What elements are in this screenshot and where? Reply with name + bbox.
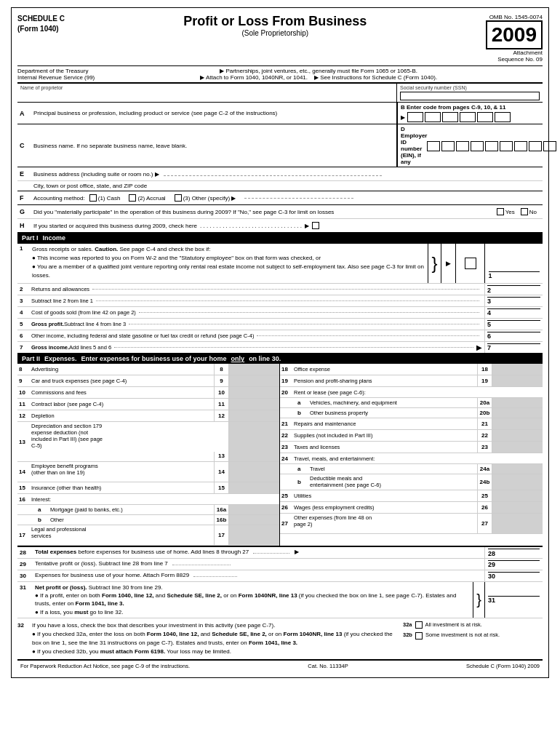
income-line-3: 3 Subtract line 2 from line 1 3 [17,295,543,307]
exp-line-26: 26 Wages (less employment credits) 26 [280,502,543,514]
exp-line-22: 22 Supplies (not included in Part III) 2… [280,430,543,442]
row-h-letter: H [17,220,31,231]
line4-amount[interactable]: 4 [484,307,543,318]
exp-line-12: 12 Depletion 12 [17,410,279,422]
exp-17-amount[interactable] [228,525,279,545]
line4-num: 4 [17,307,29,318]
exp-20b-amount[interactable] [492,408,543,418]
row-c-right: D Employer ID number (EIN), if any [397,124,543,167]
row-g-content: Did you "materially participate" in the … [31,207,497,217]
exp-20a-amount[interactable] [492,398,543,407]
row-a-letter: A [17,103,31,124]
exp-24b-amount[interactable] [492,474,543,490]
expenses-grid: 8 Advertising 8 9 Car and truck expenses… [17,364,543,546]
exp-26-amount[interactable] [492,502,543,513]
yes-checkbox[interactable] [497,208,504,215]
exp-12-amount[interactable] [228,410,279,421]
other-option[interactable]: (3) Other (specify) ▶ [175,194,236,202]
line6-label: Other income, including federal and stat… [29,330,484,341]
exp-line-11: 11 Contract labor (see page C-4) 11 [17,399,279,410]
line3-num: 3 [17,295,29,306]
total-28-amount[interactable]: 28 [484,547,543,558]
no-option[interactable]: No [521,208,537,215]
schedule-label: SCHEDULE C (Form 1040) [17,14,65,34]
row-e: E Business address (including suite or r… [17,167,543,191]
proprietor-name-value[interactable] [20,90,393,99]
accrual-checkbox[interactable] [129,194,136,202]
exp-16b-amount[interactable] [228,515,279,525]
exp-25-amount[interactable] [492,490,543,501]
line32b-checkbox[interactable] [415,632,423,640]
exp-line-13: 13 Depreciation and section 179 expense … [17,422,279,462]
exp-8-amount[interactable] [228,364,279,375]
row-e-content[interactable]: Business address (including suite or roo… [31,170,543,179]
line32a-checkbox[interactable] [415,621,423,629]
exp-line-10: 10 Commissions and fees 10 [17,387,279,399]
row-h-content: If you started or acquired this business… [31,220,543,231]
line6-amount[interactable]: 6 [484,330,543,341]
h-checkbox[interactable] [312,222,319,229]
row-c-content[interactable]: Business name. If no separate business n… [31,124,397,167]
exp-line-25: 25 Utilities 25 [280,490,543,502]
other-checkbox[interactable] [175,194,182,202]
line31-amount[interactable]: 31 [484,582,543,618]
cash-checkbox[interactable] [89,194,97,202]
name-ssn-row: Name of proprietor Social security numbe… [17,83,543,103]
total-30-amount[interactable]: 30 [484,570,543,581]
accrual-option[interactable]: (2) Accrual [129,194,165,202]
row-e-city[interactable]: City, town or post office, state, and ZI… [17,180,543,191]
line7-label: Gross income. Add lines 5 and 6▶ [29,342,484,353]
line7-amount[interactable]: 7 [484,342,543,353]
exp-line-23: 23 Taxes and licenses 23 [280,442,543,453]
line5-amount[interactable]: 5 [484,319,543,330]
total-line-29: 29 Tentative profit or (loss). Subtract … [17,559,543,570]
row-c-letter: C [17,124,31,167]
exp-11-amount[interactable] [228,399,279,410]
form-footer: For Paperwork Reduction Act Notice, see … [17,660,543,672]
line32b-row: 32b Some investment is not at risk. [403,632,543,640]
line1-checkbox-area[interactable] [455,244,484,283]
attach-note: ▶ Partnerships, joint ventures, etc., ge… [95,68,543,81]
exp-10-amount[interactable] [228,387,279,398]
exp-line-21: 21 Repairs and maintenance 21 [280,418,543,430]
exp-line-15: 15 Insurance (other than health) 15 [17,482,279,494]
row-f-letter: F [17,193,31,203]
exp-9-amount[interactable] [228,375,279,386]
totals-section: 28 Total expenses before expenses for bu… [17,546,543,582]
line3-amount[interactable]: 3 [484,295,543,306]
line32-boxes: 32a All investment is at risk. 32b Some … [397,621,543,640]
line1-amount[interactable]: 1 [484,244,543,283]
no-checkbox[interactable] [521,208,528,215]
row-a-content[interactable]: Principal business or profession, includ… [31,103,397,124]
line31-bracket: } [473,582,484,618]
exp-16a-amount[interactable] [228,505,279,514]
exp-18-amount[interactable] [492,364,543,375]
exp-13-amount[interactable] [228,422,279,461]
exp-21-amount[interactable] [492,418,543,429]
dept-label: Department of the Treasury Internal Reve… [17,68,95,81]
yes-option[interactable]: Yes [497,208,515,215]
line2-label: Returns and allowances [29,284,484,295]
line1-arrow: ▶ [441,244,455,283]
form-header: SCHEDULE C (Form 1040) Profit or Loss Fr… [17,14,543,63]
row-g: G Did you "materially participate" in th… [17,205,543,219]
line1-checkbox[interactable] [465,258,476,269]
exp-23-amount[interactable] [492,442,543,453]
row-a-right: B Enter code from pages C-9, 10, & 11 ▶ [397,103,543,124]
cash-option[interactable]: (1) Cash [89,194,121,202]
partnerships-row: Department of the Treasury Internal Reve… [17,65,543,83]
exp-19-amount[interactable] [492,375,543,386]
line32-section: 32 If you have a loss, check the box tha… [17,618,543,660]
exp-15-amount[interactable] [228,482,279,493]
line31-num: 31 [17,582,32,618]
exp-22-amount[interactable] [492,430,543,441]
ssn-value[interactable] [400,92,540,100]
exp-24a-amount[interactable] [492,464,543,474]
line2-amount[interactable]: 2 [484,284,543,295]
exp-27-amount[interactable] [492,514,543,533]
row-a: A Principal business or profession, incl… [17,103,543,124]
total-29-amount[interactable]: 29 [484,559,543,570]
exp-14-amount[interactable] [228,462,279,482]
row-f: F Accounting method: (1) Cash (2) Accrua… [17,191,543,205]
form-title: Profit or Loss From Business (Sole Propr… [65,14,486,37]
